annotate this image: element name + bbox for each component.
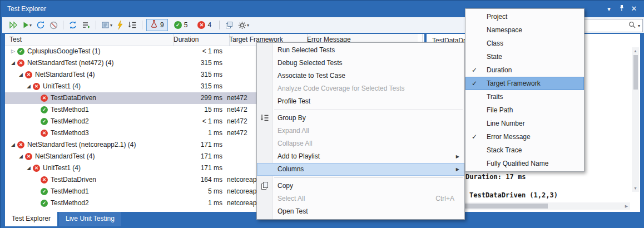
test-name: NetStandardTest (4) [35,151,95,162]
submenu-item-label: Class [487,39,503,47]
report-dropdown-icon[interactable]: ▾ [110,23,112,28]
search-dropdown-icon[interactable]: ▾ [638,23,640,28]
refresh-button[interactable] [67,19,79,31]
menu-item-debug-selected-tests[interactable]: Debug Selected Tests [257,57,464,70]
menu-item-label: Open Test [278,207,308,215]
check-icon: ✓ [470,77,478,90]
submenu-item-class[interactable]: Class [465,37,584,50]
submenu-item-project[interactable]: Project [465,10,584,23]
menu-item-expand-all[interactable]: Expand All [257,125,464,137]
detail-duration-value: 17 ms [506,173,526,181]
detail-duration-line: Duration: 17 ms [465,173,526,181]
window-position-chevron-icon[interactable]: ▾ [603,4,615,14]
collapse-icon[interactable]: ◢ [17,151,24,162]
submenu-item-file-path[interactable]: File Path [465,103,584,117]
playlist-button[interactable] [80,19,92,31]
submenu-item-label: Line Number [487,120,525,127]
test-duration: < 1 ms [169,46,222,57]
test-failed-icon: ✕ [41,176,48,184]
columns-submenu: ProjectNamespaceClassState✓Duration✓Targ… [465,8,584,172]
expand-icon[interactable]: ▷ [9,46,17,57]
submenu-item-namespace[interactable]: Namespace [465,23,584,37]
scroll-right-icon[interactable]: ▶ [623,202,630,210]
menu-item-profile-test[interactable]: Profile Test [257,95,464,108]
toolbar-separator [142,21,142,29]
detail-vertical-scrollbar[interactable]: ▲ ▼ [632,47,639,192]
submenu-item-error-message[interactable]: ✓Error Message [465,130,584,143]
test-failed-icon: ✕ [25,153,32,160]
tab-test-explorer[interactable]: Test Explorer [5,212,57,226]
collapse-icon[interactable]: ◢ [25,81,32,92]
submenu-item-fully-qualified-name[interactable]: Fully Qualified Name [465,157,584,170]
filter-failed-chip[interactable]: ✕ 4 [194,19,215,31]
menu-item-label: Debug Selected Tests [278,59,343,67]
menu-item-label: Group By [278,114,306,122]
column-header-duration[interactable]: Duration [169,34,230,46]
collapse-icon[interactable]: ◢ [9,57,17,69]
test-name: TestMethod1 [51,104,89,116]
submenu-item-label: File Path [487,106,513,114]
pin-icon[interactable] [616,4,627,14]
test-failed-icon: ✕ [41,95,48,102]
total-tests-count: 9 [160,21,164,29]
test-duration: < 1 ms [169,116,222,127]
menu-item-columns[interactable]: Columns▶ [257,163,464,176]
test-failed-icon: ✕ [17,60,24,67]
cancel-button[interactable] [48,19,60,31]
submenu-arrow-icon: ▶ [456,150,459,163]
filter-all-tests-chip[interactable]: 9 [146,19,168,31]
submenu-item-label: Error Message [487,133,531,141]
menu-item-associate-to-test-case[interactable]: Associate to Test Case [257,70,464,82]
collapse-icon[interactable]: ◢ [9,139,17,151]
menu-item-shortcut: Ctrl+A [435,192,454,205]
group-by-icon [260,113,269,122]
menu-item-label: Add to Playlist [278,152,320,160]
menu-item-group-by[interactable]: Group By [257,112,464,125]
test-failed-icon: ✕ [17,141,24,148]
detail-test-case: TestDataDriven (1,2,3) [469,191,558,199]
group-by-toolbar-button[interactable] [126,19,138,31]
run-tests-after-build-button[interactable] [115,19,125,31]
scroll-down-icon[interactable]: ▼ [632,185,639,192]
layers-button[interactable] [223,19,235,31]
run-all-button[interactable] [7,19,20,31]
submenu-item-target-framework[interactable]: ✓Target Framework [465,77,584,90]
test-target-framework: net472 [227,127,247,139]
test-failed-icon: ✕ [25,71,32,78]
filter-passed-chip[interactable]: ✓ 5 [170,19,192,31]
menu-item-collapse-all[interactable]: Collapse All [257,137,464,150]
submenu-item-duration[interactable]: ✓Duration [465,63,584,77]
menu-item-label: Associate to Test Case [278,72,345,80]
run-button[interactable]: ▾ [21,19,33,31]
menu-item-label: Profile Test [278,97,310,105]
scroll-up-icon[interactable]: ▲ [632,47,639,54]
scrollbar-thumb[interactable] [633,55,638,90]
menu-item-open-test[interactable]: Open Test [257,205,464,218]
submenu-item-state[interactable]: State [465,50,584,63]
settings-dropdown-icon[interactable]: ▾ [247,23,249,28]
close-icon[interactable]: ✕ [628,4,640,14]
menu-item-add-to-playlist[interactable]: Add to Playlist▶ [257,150,464,163]
search-icon[interactable] [628,21,636,30]
column-header-test[interactable]: Test [5,34,174,46]
submenu-item-line-number[interactable]: Line Number [465,117,584,130]
run-dropdown-icon[interactable]: ▾ [29,23,32,28]
menu-item-analyze-code-coverage-for-selected-tests[interactable]: Analyze Code Coverage for Selected Tests [257,82,464,95]
test-name: TestDataDriven [51,92,96,104]
collapse-icon[interactable]: ◢ [25,162,32,174]
test-duration: 171 ms [169,139,222,151]
tab-live-unit-testing[interactable]: Live Unit Testing [59,212,121,226]
menu-item-run-selected-tests[interactable]: Run Selected Tests [257,44,464,57]
settings-button[interactable]: ▾ [236,19,251,31]
detail-duration-label: Duration: [465,173,502,181]
test-name: NetStandardTest (netcoreapp2.1) (4) [27,139,136,151]
submenu-item-traits[interactable]: Traits [465,90,584,103]
submenu-item-stack-trace[interactable]: Stack Trace [465,143,584,157]
test-name: UnitTest1 (4) [43,81,81,92]
menu-item-label: Columns [278,165,304,173]
repeat-last-run-button[interactable] [34,19,47,31]
menu-item-select-all[interactable]: Select AllCtrl+A [257,192,464,205]
report-button[interactable]: ▾ [100,19,114,31]
collapse-icon[interactable]: ◢ [17,69,24,81]
menu-item-copy[interactable]: Copy [257,180,464,192]
